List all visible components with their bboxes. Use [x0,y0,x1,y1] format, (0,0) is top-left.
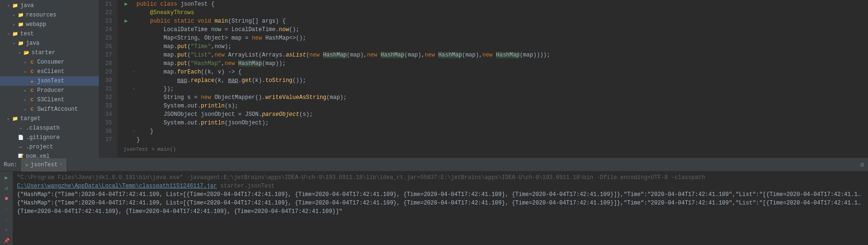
tree-arrow-s3client: ▸ [23,98,28,103]
folder-icon: 📁 [11,2,19,9]
run-cmd-line: "C:\Program Files\Java\jdk1.8.0_191\bin\… [17,173,864,182]
sidebar-label: starter [32,49,55,56]
sidebar-item-esclient[interactable]: ▸ C esClient [0,67,99,76]
code-line-31: ◦ }); [121,85,868,93]
line-num-36: 36 [99,127,115,136]
tree-arrow-swiftaccount: ▸ [23,107,28,112]
run-output-line1: {"HashMap":{"Time":2020-04-04T17:42:41.1… [17,190,864,199]
sidebar-item-target[interactable]: ▸ 📁 target [0,114,99,123]
sidebar-label: esClient [37,68,64,75]
sidebar-label: S3Client [37,97,64,103]
run-java-exe: "C:\Program Files\Java\jdk1.8.0_191\bin\… [17,174,705,181]
sidebar-item-java[interactable]: ▾ 📁 java [0,1,99,10]
code-line-37: } [121,136,868,144]
run-scroll-button[interactable]: ≡ [2,226,11,234]
line-numbers: 21 22 23 24 25 26 27 28 29 30 31 32 33 3… [99,0,118,158]
sidebar-label: .classpath [26,125,60,131]
line-num-28: 28 [99,59,115,68]
sidebar-item-gitignore[interactable]: 📄 .gitignore [0,133,99,142]
project-sidebar: ▾ 📁 java ▸ 📁 resources ▸ 📁 webapp ▾ 📁 te… [0,0,99,158]
main-class-label: starter.jsonTest [220,183,274,189]
sidebar-label: resources [26,12,56,18]
line-num-21: 21 [99,0,115,8]
tree-arrow-consumer: ▸ [23,60,28,65]
line-num-34: 34 [99,110,115,119]
code-line-29: ◦ map.forEach((k, v) -> { [121,68,868,76]
sidebar-item-starter[interactable]: ▾ 📂 starter [0,48,99,57]
classpath-file-link[interactable]: C:\Users\wangzhe\AppData\Local\Temp\clas… [17,183,217,189]
tree-arrow-java: ▾ [6,3,11,8]
class-icon: C [28,68,36,75]
run-rerun-button[interactable]: ↺ [2,184,11,192]
sidebar-item-java-test[interactable]: ▾ 📁 java [0,39,99,48]
code-line-30: map.replace(k, map.get(k).toString()); [121,76,868,85]
run-content: ▶ ↺ ■ ↑ ↓ ≡ 📌 "C:\Program Files\Java\jdk… [0,172,868,245]
line-num-25: 25 [99,34,115,42]
line-num-30: 30 [99,76,115,85]
folder-icon: 📁 [17,21,24,28]
sidebar-label: Consumer [37,59,64,65]
code-line-36: ◦ } [121,127,868,136]
code-line-23: ▶ public static void main(String[] args)… [121,17,868,25]
main-layout: ▾ 📁 java ▸ 📁 resources ▸ 📁 webapp ▾ 📁 te… [0,0,868,158]
code-line-34: JSONObject jsonObject = JSON.parseObject… [121,110,868,119]
sidebar-item-test[interactable]: ▾ 📁 test [0,29,99,39]
tree-arrow-esclient: ▸ [23,69,28,74]
line-num-24: 24 [99,25,115,34]
settings-icon[interactable]: ⚙ [860,161,864,169]
run-classpath-line: C:\Users\wangzhe\AppData\Local\Temp\clas… [17,182,864,190]
tree-arrow-starter: ▾ [17,50,23,56]
code-line-33: System.out.println(s); [121,102,868,110]
folder-icon: 📁 [11,115,19,122]
class-icon: C [28,87,36,94]
run-play-button[interactable]: ▶ [2,173,11,182]
fold-36: ◦ [131,127,137,136]
sidebar-item-consumer[interactable]: ▸ C Consumer [0,57,99,67]
sidebar-label: webapp [26,21,46,28]
line-num-26: 26 [99,42,115,51]
class-icon: C [28,106,36,113]
class-icon: C [28,96,36,104]
code-line-35: System.out.println(jsonObject); [121,119,868,127]
sidebar-item-classpath[interactable]: — .classpath [0,123,99,133]
sidebar-item-pom[interactable]: 📝 pom.xml [0,152,99,158]
sidebar-label: target [20,115,40,122]
sidebar-item-producer[interactable]: ▸ C Producer [0,86,99,95]
sidebar-item-jsontest[interactable]: ☕ jsonTest [0,76,99,86]
sidebar-label: .project [26,144,53,150]
close-tab-button[interactable]: × [59,162,62,167]
sidebar-label: java [26,40,40,47]
code-editor[interactable]: ▶ public class jsonTest { @SneakyThrows … [118,0,868,158]
run-toolbar: ▶ ↺ ■ ↑ ↓ ≡ 📌 [0,172,13,245]
line-num-37: 37 [99,136,115,144]
sidebar-item-resources[interactable]: ▸ 📁 resources [0,10,99,20]
run-tab-jsontest[interactable]: ▶ jsonTest × [21,158,68,172]
run-stop-button[interactable]: ■ [2,195,11,203]
output-text-1: {"HashMap":{"Time":2020-04-04T17:42:41.1… [17,191,864,198]
code-line-26: map.put("Time",now); [121,42,868,51]
run-down-button[interactable]: ↓ [2,215,11,224]
run-output-line2: {"HashMap":{"Time":2020-04-04T17:42:41.1… [17,199,864,207]
file-icon: 📄 [17,134,24,141]
run-output-line3: {Time=2020-04-04T17:42:41.109}, {Time=20… [17,207,864,216]
tree-arrow-target: ▸ [6,116,11,122]
run-tab-bar: Run: ▶ jsonTest × ⚙ [0,158,868,172]
tree-arrow-webapp: ▸ [11,22,17,27]
sidebar-item-swiftaccount[interactable]: ▸ C SwiftAccount [0,105,99,114]
tree-arrow-test: ▾ [6,32,11,37]
run-pin-button[interactable]: 📌 [2,237,11,245]
run-up-button[interactable]: ↑ [2,205,11,213]
sidebar-label: Producer [37,87,64,94]
classpath-icon: — [17,124,24,132]
line-num-29: 29 [99,68,115,76]
code-line-21: ▶ public class jsonTest { [121,0,868,8]
line-num-32: 32 [99,93,115,102]
code-line-22: @SneakyThrows [121,8,868,17]
sidebar-label: java [20,2,34,9]
run-output: "C:\Program Files\Java\jdk1.8.0_191\bin\… [13,172,868,245]
sidebar-item-project[interactable]: — .project [0,142,99,152]
folder-icon: 📂 [23,49,30,57]
sidebar-item-s3client[interactable]: ▸ C S3Client [0,95,99,105]
sidebar-item-webapp[interactable]: ▸ 📁 webapp [0,20,99,29]
line-num-22: 22 [99,8,115,17]
